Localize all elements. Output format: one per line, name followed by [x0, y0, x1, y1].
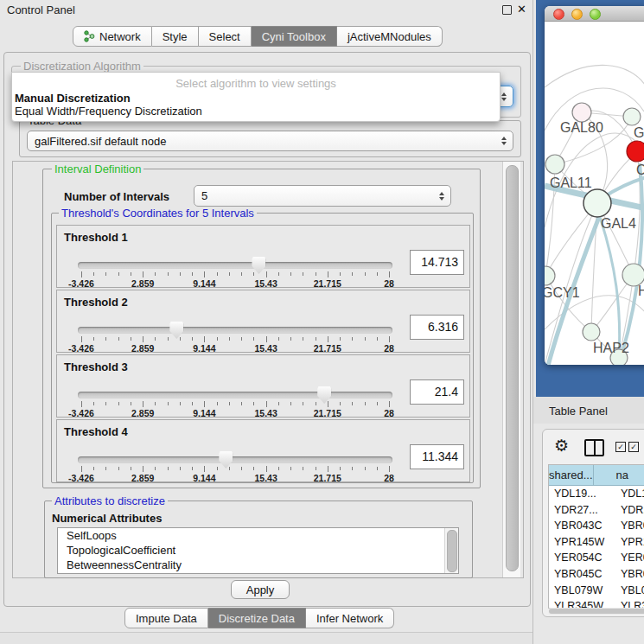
tick-mark: [316, 467, 316, 470]
threshold-value-field[interactable]: 11.344: [410, 444, 464, 469]
slider-thumb[interactable]: [317, 386, 331, 404]
tick-mark: [278, 272, 279, 276]
node-selected-red[interactable]: [627, 141, 644, 162]
column-view-icon[interactable]: [584, 439, 604, 456]
list-item[interactable]: TopologicalCoefficient: [58, 543, 458, 558]
tab-label: Network: [99, 30, 141, 43]
node[interactable]: [583, 189, 611, 217]
scrollbar-thumb[interactable]: [447, 530, 457, 572]
table-row[interactable]: YBL079WYBL0: [549, 583, 644, 599]
cell-name: YBL0: [617, 583, 644, 599]
tab-impute-data[interactable]: Impute Data: [124, 608, 208, 628]
threshold-box: Threshold 3-3.4262.8599.14415.4321.71528…: [56, 354, 470, 418]
tick-mark: [105, 402, 106, 405]
table-horizontal-scrollbar[interactable]: [548, 608, 644, 615]
tick-mark: [204, 466, 205, 472]
node[interactable]: [572, 103, 591, 122]
axis-tick-label: 2.859: [117, 408, 169, 418]
tick-mark: [389, 336, 390, 342]
apply-button[interactable]: Apply: [231, 580, 290, 599]
table-row[interactable]: YDL19...YDL1: [549, 486, 644, 502]
tab-style[interactable]: Style: [152, 26, 199, 47]
table-row[interactable]: YPR145WYPR1: [549, 534, 644, 551]
tick-mark: [352, 272, 353, 276]
network-window-titlebar[interactable]: [545, 6, 644, 22]
tick-mark: [290, 467, 291, 470]
tick-mark: [290, 272, 291, 276]
column-header-shared-name[interactable]: shared...: [549, 465, 594, 485]
network-icon: [84, 30, 95, 42]
close-icon[interactable]: ✕: [517, 3, 526, 16]
tick-mark: [131, 402, 131, 405]
table-row[interactable]: YBR045CYBR0: [549, 566, 644, 583]
table-row[interactable]: YDR27...YDR2: [549, 502, 644, 519]
cell-name: YBR0: [617, 518, 644, 534]
node[interactable]: [545, 266, 555, 285]
minimize-traffic-light-icon[interactable]: [571, 9, 583, 20]
threshold-value-field[interactable]: 6.316: [410, 315, 464, 340]
tick-mark: [316, 272, 316, 276]
checkbox-checked-icon[interactable]: ✓: [615, 442, 626, 452]
axis-tick-label: -3.426: [55, 343, 107, 354]
cell-shared-name: YDL19...: [549, 486, 617, 502]
tick-mark: [290, 402, 291, 405]
num-intervals-combobox[interactable]: 5: [194, 185, 451, 207]
close-traffic-light-icon[interactable]: [553, 9, 564, 20]
tab-jactivemnodules[interactable]: jActiveMNodules: [337, 26, 443, 47]
tab-cyni-toolbox[interactable]: Cyni Toolbox: [252, 26, 337, 47]
popup-option[interactable]: Equal Width/Frequency Discretization: [15, 105, 482, 118]
threshold-value-field[interactable]: 14.713: [410, 250, 464, 275]
tab-infer-network[interactable]: Infer Network: [306, 608, 394, 628]
settings-scrollbar[interactable]: [502, 162, 520, 577]
table-row[interactable]: YER054CYER0: [549, 550, 644, 566]
axis-tick-label: 9.144: [178, 473, 230, 483]
tick-mark: [377, 337, 378, 341]
scrollbar-thumb[interactable]: [549, 609, 644, 614]
list-item[interactable]: SelfLoops: [58, 528, 458, 543]
axis-tick-label: 28: [363, 343, 415, 354]
tab-discretize-data[interactable]: Discretize Data: [208, 608, 306, 628]
node[interactable]: [623, 108, 641, 125]
tick-mark: [192, 467, 193, 470]
checkbox-checked-icon[interactable]: ✓: [628, 442, 639, 452]
axis-tick-label: 2.859: [117, 278, 169, 289]
attributes-group: Attributes to discretize Numerical Attri…: [44, 501, 473, 578]
float-window-icon[interactable]: [502, 5, 512, 15]
tick-mark: [241, 402, 242, 405]
threshold-label: Threshold 3: [64, 360, 128, 373]
table-data-combobox[interactable]: galFiltered.sif default node: [27, 131, 513, 151]
node[interactable]: [545, 155, 564, 174]
numerical-attributes-list[interactable]: SelfLoopsTopologicalCoefficientBetweenne…: [57, 527, 459, 574]
table-row[interactable]: YBR043CYBR0: [549, 518, 644, 534]
scrollbar-thumb[interactable]: [506, 165, 519, 571]
threshold-value-field[interactable]: 21.4: [410, 379, 464, 405]
tick-mark: [118, 272, 119, 276]
slider-thumb[interactable]: [219, 451, 233, 469]
slider-thumb[interactable]: [169, 322, 183, 339]
zoom-traffic-light-icon[interactable]: [590, 9, 601, 20]
slider-track[interactable]: [78, 392, 392, 399]
tick-mark: [229, 402, 230, 405]
slider-track[interactable]: [78, 456, 392, 463]
list-scrollbar[interactable]: [444, 528, 458, 573]
control-panel-titlebar: Control Panel ✕: [0, 0, 532, 19]
threshold-box: Threshold 4-3.4262.8599.14415.4321.71528…: [56, 419, 470, 482]
popup-option[interactable]: Manual Discretization: [15, 92, 482, 105]
tick-mark: [204, 401, 205, 407]
tick-mark: [365, 337, 366, 341]
network-canvas[interactable]: GAL80GACGAL11GAL4GCY1HHAP2: [545, 22, 644, 365]
slider-track[interactable]: [78, 327, 392, 334]
axis-tick-label: 15.43: [240, 278, 292, 289]
tab-network[interactable]: Network: [73, 26, 152, 47]
slider-thumb[interactable]: [252, 257, 265, 274]
tab-select[interactable]: Select: [199, 26, 252, 47]
network-view-background: GAL80GACGAL11GAL4GCY1HHAP2: [536, 0, 644, 397]
gear-icon[interactable]: ⚙: [554, 436, 569, 456]
control-panel: Control Panel ✕ NetworkStyleSelectCyni T…: [0, 0, 533, 644]
chevron-updown-icon: [501, 92, 507, 101]
node[interactable]: [583, 323, 600, 341]
column-header-name[interactable]: na: [594, 465, 644, 485]
list-item[interactable]: BetweennessCentrality: [58, 558, 458, 572]
slider-track[interactable]: [78, 262, 392, 269]
axis-tick-label: -3.426: [55, 278, 107, 289]
